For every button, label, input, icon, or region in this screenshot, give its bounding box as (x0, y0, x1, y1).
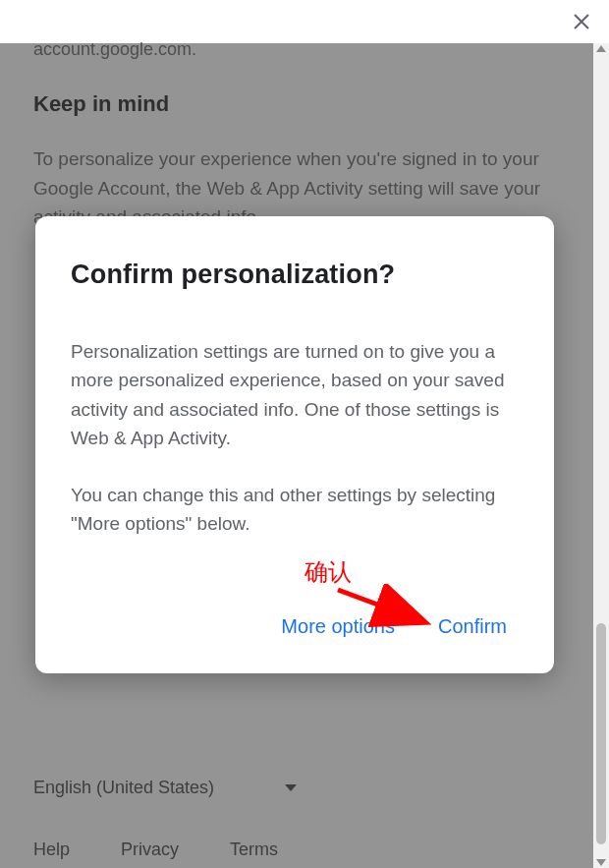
confirm-button[interactable]: Confirm (434, 609, 511, 644)
scrollbar[interactable] (593, 43, 609, 868)
scroll-down-icon[interactable] (596, 859, 606, 866)
annotation-label: 确认 (304, 556, 352, 588)
more-options-button[interactable]: More options (277, 609, 399, 644)
dialog-title: Confirm personalization? (71, 260, 519, 290)
close-icon[interactable] (568, 8, 595, 35)
dialog-paragraph-2: You can change this and other settings b… (71, 481, 519, 539)
scroll-thumb[interactable] (596, 623, 606, 844)
scroll-up-icon[interactable] (596, 45, 606, 52)
confirm-dialog: Confirm personalization? Personalization… (35, 216, 554, 673)
viewport: account.google.com. Keep in mind To pers… (0, 0, 609, 868)
dialog-paragraph-1: Personalization settings are turned on t… (71, 337, 519, 453)
dialog-body: Personalization settings are turned on t… (71, 337, 519, 539)
dialog-actions: More options Confirm (71, 609, 511, 644)
